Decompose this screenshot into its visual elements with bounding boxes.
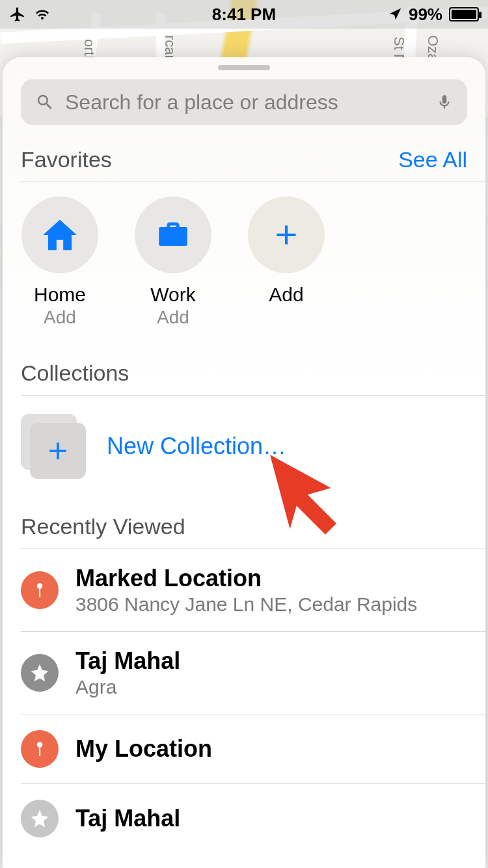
recent-item-title: My Location bbox=[75, 735, 212, 763]
home-icon bbox=[40, 215, 80, 255]
favorite-work[interactable]: Work Add bbox=[134, 197, 212, 328]
search-bar[interactable] bbox=[21, 79, 467, 125]
favorites-see-all-link[interactable]: See All bbox=[398, 147, 467, 172]
recent-item-my-location[interactable]: My Location bbox=[3, 714, 485, 783]
recent-item-subtitle: 3806 Nancy Jane Ln NE, Cedar Rapids bbox=[75, 593, 417, 616]
favorite-home[interactable]: Home Add bbox=[21, 197, 99, 328]
recently-viewed-list: Marked Location 3806 Nancy Jane Ln NE, C… bbox=[3, 549, 485, 837]
star-icon bbox=[21, 800, 59, 837]
sheet-grabber[interactable] bbox=[218, 65, 270, 70]
maps-search-sheet[interactable]: Favorites See All Home Add Work Add Add … bbox=[3, 57, 485, 868]
favorite-label: Add bbox=[269, 284, 303, 306]
favorite-add[interactable]: Add bbox=[247, 197, 325, 328]
recently-viewed-title: Recently Viewed bbox=[21, 514, 185, 539]
search-icon bbox=[35, 92, 55, 112]
search-input[interactable] bbox=[65, 90, 426, 115]
favorites-row: Home Add Work Add Add bbox=[3, 182, 485, 328]
recent-item-subtitle: Agra bbox=[75, 676, 180, 698]
favorite-label: Home bbox=[34, 284, 86, 306]
status-bar: 8:41 PM 99% bbox=[0, 0, 488, 29]
new-collection-thumb bbox=[21, 414, 86, 479]
battery-icon bbox=[449, 7, 479, 21]
svg-marker-4 bbox=[270, 455, 336, 534]
briefcase-icon bbox=[154, 216, 192, 254]
star-icon bbox=[21, 654, 59, 692]
recent-item-marked-location[interactable]: Marked Location 3806 Nancy Jane Ln NE, C… bbox=[3, 549, 485, 631]
pin-icon bbox=[21, 571, 59, 609]
recent-item-title: Marked Location bbox=[75, 565, 417, 592]
recent-item-title: Taj Mahal bbox=[75, 805, 180, 832]
collections-title: Collections bbox=[21, 360, 129, 386]
pin-icon bbox=[21, 730, 59, 768]
favorite-sublabel: Add bbox=[44, 307, 76, 328]
recent-item-title: Taj Mahal bbox=[75, 647, 180, 675]
new-collection-row[interactable]: New Collection… bbox=[3, 396, 485, 497]
plus-icon bbox=[44, 437, 72, 465]
recent-item-taj-mahal[interactable]: Taj Mahal Agra bbox=[3, 632, 485, 714]
favorite-sublabel: Add bbox=[157, 307, 189, 328]
recent-item-taj-mahal-2[interactable]: Taj Mahal bbox=[3, 784, 485, 837]
annotation-arrow bbox=[259, 444, 370, 554]
svg-rect-1 bbox=[39, 588, 40, 597]
plus-icon bbox=[270, 219, 303, 251]
svg-rect-3 bbox=[39, 746, 40, 756]
dictation-mic-icon[interactable] bbox=[436, 91, 453, 113]
favorite-label: Work bbox=[150, 284, 195, 306]
status-time: 8:41 PM bbox=[0, 5, 488, 25]
favorites-title: Favorites bbox=[21, 147, 112, 172]
